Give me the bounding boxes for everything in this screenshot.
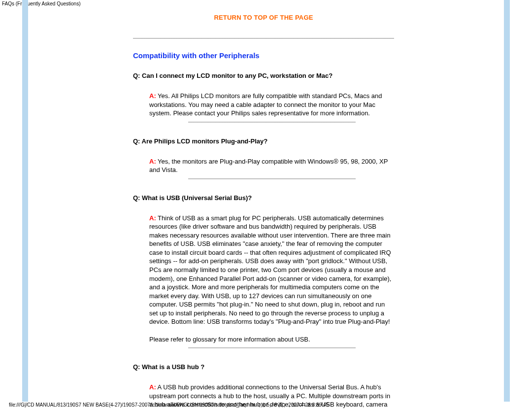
section-title: Compatibility with other Peripherals: [133, 51, 394, 60]
q-label: Q:: [133, 194, 140, 202]
a-text: Yes. All Philips LCD monitors are fully …: [149, 92, 382, 117]
a-label: A:: [149, 214, 156, 222]
main-content: RETURN TO TOP OF THE PAGE Compatibility …: [133, 0, 399, 411]
q-text: Are Philips LCD monitors Plug-and-Play?: [140, 137, 267, 145]
faq-question: Q: What is a USB hub ?: [133, 363, 394, 371]
faq-item: Q: Are Philips LCD monitors Plug-and-Pla…: [133, 137, 394, 179]
top-divider: [133, 38, 394, 39]
faq-divider: [188, 122, 356, 123]
faq-note: Please refer to glossary for more inform…: [149, 335, 394, 344]
right-decorative-stripe: [504, 0, 510, 402]
q-text: What is USB (Universal Serial Bus)?: [140, 194, 252, 202]
q-text: What is a USB hub ?: [140, 363, 204, 371]
status-bar-path: file:///G|/CD MANUAL/813/190S7 NEW BASE(…: [9, 402, 329, 409]
q-label: Q:: [133, 137, 140, 145]
left-decorative-stripe: [22, 0, 28, 402]
faq-question: Q: Can I connect my LCD monitor to any P…: [133, 72, 394, 79]
faq-question: Q: Are Philips LCD monitors Plug-and-Pla…: [133, 137, 394, 145]
faq-question: Q: What is USB (Universal Serial Bus)?: [133, 194, 394, 202]
a-text: Yes, the monitors are Plug-and-Play comp…: [149, 158, 388, 174]
faq-divider: [188, 347, 356, 348]
faq-answer: A: Yes, the monitors are Plug-and-Play c…: [149, 157, 394, 174]
a-label: A:: [149, 92, 156, 100]
faq-item: Q: Can I connect my LCD monitor to any P…: [133, 72, 394, 123]
faq-answer: A: Think of USB as a smart plug for PC p…: [149, 214, 394, 344]
faq-answer: A: Yes. All Philips LCD monitors are ful…: [149, 92, 394, 118]
q-text: Can I connect my LCD monitor to any PC, …: [140, 72, 332, 79]
tab-title: FAQs (Frequently Asked Questions): [2, 1, 81, 6]
return-to-top-link[interactable]: RETURN TO TOP OF THE PAGE: [133, 0, 394, 38]
faq-divider: [188, 178, 356, 179]
a-text: Think of USB as a smart plug for PC peri…: [149, 214, 391, 326]
faq-item: Q: What is USB (Universal Serial Bus)? A…: [133, 194, 394, 349]
a-label: A:: [149, 158, 156, 165]
q-label: Q:: [133, 363, 140, 371]
a-label: A:: [149, 383, 156, 391]
q-label: Q:: [133, 72, 140, 79]
